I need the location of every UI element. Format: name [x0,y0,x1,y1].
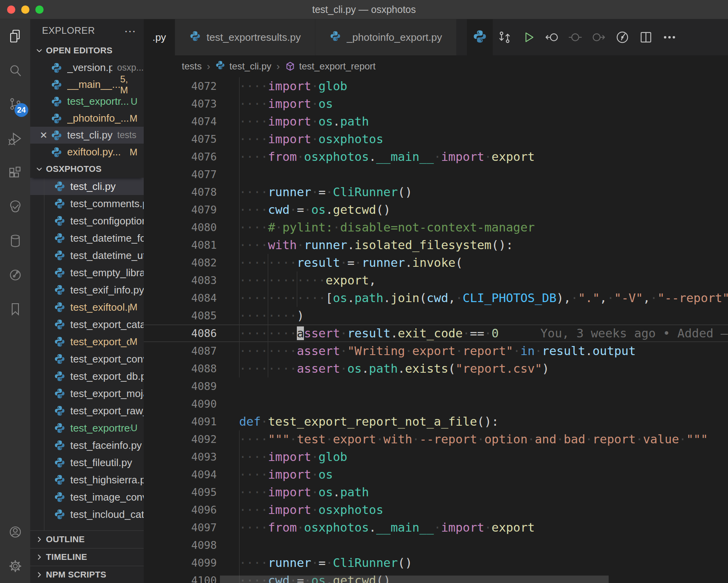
code-line[interactable]: 4092····"""·test·export·with·--report·op… [144,430,728,448]
file-tree-item[interactable]: test_cli.py [30,178,144,195]
database-icon[interactable] [0,224,30,258]
code-line[interactable]: 4077 [144,166,728,183]
line-number[interactable]: 4082 [144,254,217,271]
code-line[interactable]: 4096····import·osxphotos [144,501,728,519]
line-number[interactable]: 4093 [144,448,217,466]
line-number[interactable]: 4083 [144,271,217,289]
source-control-icon[interactable]: 24 [0,87,30,122]
code-line[interactable]: 4079····cwd·=·os.getcwd() [144,201,728,219]
close-window-button[interactable] [7,5,15,14]
explorer-more-actions-icon[interactable]: ··· [124,27,136,35]
code-line[interactable]: 4082········result·=·runner.invoke( [144,254,728,271]
line-number[interactable]: 4088 [144,360,217,377]
line-number[interactable]: 4075 [144,130,217,148]
line-number[interactable]: 4073 [144,95,217,113]
line-number[interactable]: 4094 [144,466,217,483]
file-tree-item[interactable]: test_exportres...U [30,419,144,437]
line-number[interactable]: 4072 [144,77,217,95]
file-tree-item[interactable]: test_export_c...M [30,333,144,350]
minimize-window-button[interactable] [21,5,29,14]
code-line[interactable]: 4075····import·osxphotos [144,130,728,148]
split-editor-icon[interactable] [634,25,658,49]
line-number[interactable]: 4097 [144,519,217,536]
close-icon[interactable]: ✕ [37,130,51,141]
change-indicator-icon[interactable] [563,25,587,49]
line-number[interactable]: 4081 [144,236,217,254]
tab-test-cli[interactable]: .py [144,19,175,55]
file-tree-item[interactable]: test_faceinfo.py [30,437,144,454]
code-line[interactable]: 4080····#·pylint:·disable=not-context-ma… [144,219,728,236]
section-osxphotos[interactable]: OSXPHOTOS [30,160,144,178]
code-line[interactable]: 4083············export, [144,271,728,289]
code-line[interactable]: 4087········assert·"Writing·export·repor… [144,342,728,360]
file-tree-item[interactable]: test_export_mojave... [30,385,144,402]
code-line[interactable]: 4098 [144,536,728,554]
run-status-icon[interactable] [611,25,634,49]
line-number[interactable]: 4086 [144,324,217,342]
file-tree-item[interactable]: test_datetime_form... [30,230,144,247]
tab-test-exportresults[interactable]: test_exportresults.py [175,19,315,55]
line-number[interactable]: 4080 [144,219,217,236]
open-editor-item[interactable]: ✕test_cli.pytests [30,127,144,144]
previous-change-icon[interactable] [540,25,563,49]
explorer-icon[interactable] [0,19,30,53]
open-editor-item[interactable]: _photoinfo_...M [30,110,144,127]
gitlens-icon[interactable] [0,258,30,292]
run-debug-icon[interactable] [0,122,30,156]
code-line[interactable]: 4084············[os.path.join(cwd,·CLI_P… [144,289,728,307]
file-tree-item[interactable]: test_exiftool.pyM [30,299,144,316]
line-number[interactable]: 4079 [144,201,217,219]
line-number[interactable]: 4074 [144,113,217,130]
line-number[interactable]: 4099 [144,554,217,572]
file-tree-item[interactable]: test_comments.py [30,195,144,212]
file-tree-item[interactable]: test_highsierra.py [30,471,144,488]
file-tree-item[interactable]: test_export_conver... [30,350,144,368]
file-tree-item[interactable]: test_incloud_catali... [30,506,144,523]
testing-icon[interactable] [0,190,30,224]
line-number[interactable]: 4100 [144,572,217,583]
code-line[interactable]: 4073····import·os [144,95,728,113]
code-line[interactable]: 4072····import·glob [144,77,728,95]
file-tree-item[interactable]: test_export_db.py [30,368,144,385]
breadcrumb-tests[interactable]: tests [182,61,202,72]
section-outline[interactable]: OUTLINE [30,530,144,548]
breadcrumb-symbol[interactable]: test_export_report [285,61,376,72]
code-line[interactable]: 4094····import·os [144,466,728,483]
code-line[interactable]: 4088········assert·os.path.exists("repor… [144,360,728,377]
section-timeline[interactable]: TIMELINE [30,548,144,566]
file-tree-item[interactable]: test_configoptions.... [30,212,144,230]
code-line[interactable]: 4076····from·osxphotos.__main__·import·e… [144,148,728,166]
line-number[interactable]: 4087 [144,342,217,360]
line-number[interactable]: 4089 [144,377,217,395]
open-editor-item[interactable]: test_exportr...U [30,93,144,110]
file-tree-item[interactable]: test_exif_info.py [30,281,144,299]
code-line[interactable]: 4078····runner·=·CliRunner() [144,183,728,201]
file-tree-item[interactable]: test_image_convert... [30,488,144,506]
maximize-window-button[interactable] [35,5,44,14]
line-number[interactable]: 4090 [144,395,217,413]
file-tree-item[interactable]: test_export_raw_ca... [30,402,144,419]
code-line[interactable]: 4086········assert·result.exit_code·==·0… [144,324,728,342]
line-number[interactable]: 4096 [144,501,217,519]
file-tree-item[interactable]: test_fileutil.py [30,454,144,471]
line-number[interactable]: 4076 [144,148,217,166]
line-number[interactable]: 4098 [144,536,217,554]
more-actions-icon[interactable] [658,25,681,49]
compare-changes-icon[interactable] [493,25,516,49]
line-number[interactable]: 4084 [144,289,217,307]
code-line[interactable]: 4074····import·os.path [144,113,728,130]
python-logo-icon[interactable] [467,19,493,55]
run-icon[interactable] [516,25,540,49]
code-line[interactable]: 4095····import·os.path [144,483,728,501]
line-number[interactable]: 4078 [144,183,217,201]
section-npm-scripts[interactable]: NPM SCRIPTS [30,566,144,583]
file-tree-item[interactable]: test_datetime_utils.... [30,247,144,264]
line-number[interactable]: 4091 [144,413,217,430]
code-line[interactable]: 4081····with·runner.isolated_filesystem(… [144,236,728,254]
horizontal-scrollbar[interactable] [220,576,609,583]
tab-photoinfo-export[interactable]: _photoinfo_export.py [315,19,457,55]
open-editor-item[interactable]: exiftool.py...M [30,144,144,160]
breadcrumb-test-cli[interactable]: test_cli.py [215,60,271,73]
bookmarks-icon[interactable] [0,292,30,326]
line-number[interactable]: 4092 [144,430,217,448]
